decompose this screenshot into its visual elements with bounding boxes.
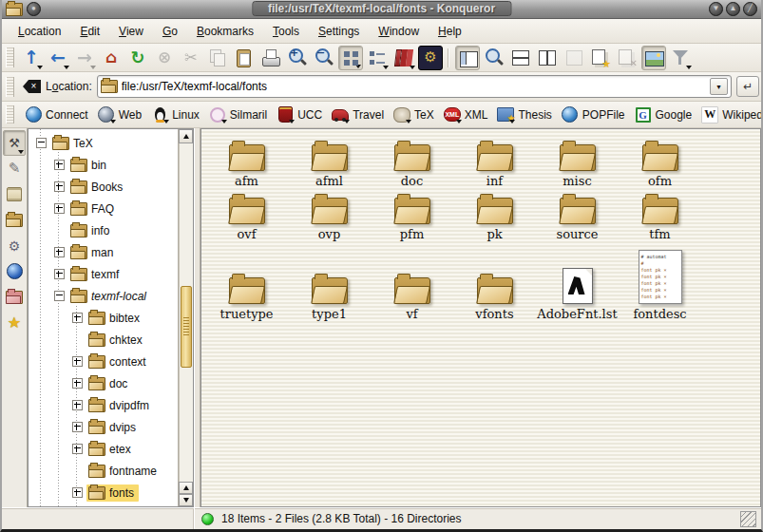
folder-tfm[interactable]: tfm bbox=[619, 188, 701, 241]
resize-grip[interactable] bbox=[740, 511, 756, 527]
tree-item-info[interactable]: info bbox=[29, 219, 178, 241]
split-view-left-right-button[interactable] bbox=[535, 46, 560, 70]
location-toolbar-handle[interactable] bbox=[6, 77, 14, 97]
tree-expander[interactable] bbox=[72, 356, 83, 367]
tree-expander[interactable] bbox=[72, 313, 83, 323]
scroll-up-button-2[interactable] bbox=[179, 482, 193, 494]
tree-item-tex[interactable]: TeX bbox=[29, 132, 178, 154]
tree-item-books[interactable]: Books bbox=[29, 176, 178, 198]
location-input[interactable] bbox=[122, 80, 706, 93]
bookmark-ucc[interactable]: UCC bbox=[272, 105, 327, 124]
folder-misc[interactable]: misc bbox=[536, 135, 619, 188]
maximize-button[interactable]: ▲ bbox=[726, 2, 740, 16]
scroll-up-button[interactable] bbox=[179, 129, 193, 143]
clear-location-icon[interactable]: × bbox=[23, 80, 41, 93]
tree-expander[interactable] bbox=[72, 378, 83, 389]
bookmarks-books-button[interactable] bbox=[391, 46, 416, 70]
tree-expander[interactable] bbox=[54, 160, 65, 170]
menu-edit[interactable]: Edit bbox=[71, 22, 108, 41]
tree-item-fontname[interactable]: fontname bbox=[29, 460, 178, 482]
sidebar-config-button[interactable]: ⚒ bbox=[3, 130, 26, 156]
tree-item-context[interactable]: context bbox=[29, 351, 178, 372]
menu-location[interactable]: Location bbox=[10, 22, 69, 41]
find-button[interactable] bbox=[482, 46, 506, 70]
paste-button[interactable] bbox=[232, 46, 257, 70]
tree-expander[interactable] bbox=[36, 138, 47, 148]
tree-item-fonts[interactable]: fonts bbox=[29, 482, 178, 504]
tree-item-dvipdfm[interactable]: dvipdfm bbox=[29, 394, 178, 416]
tree-item-doc[interactable]: doc bbox=[29, 372, 178, 394]
print-button[interactable] bbox=[258, 46, 283, 70]
bookmark-linux[interactable]: Linux bbox=[146, 105, 204, 124]
bookmark-thesis[interactable]: Thesis bbox=[492, 105, 556, 124]
bookmark-google[interactable]: G Google bbox=[630, 105, 697, 124]
forward-button[interactable]: → bbox=[72, 46, 97, 70]
menu-help[interactable]: Help bbox=[429, 22, 470, 41]
bookmark-connect[interactable]: Connect bbox=[20, 105, 93, 124]
menu-tools[interactable]: Tools bbox=[264, 22, 308, 41]
filter-button[interactable] bbox=[668, 46, 693, 70]
sidebar-home-folder-button[interactable] bbox=[3, 207, 26, 233]
tree-item-etex[interactable]: etex bbox=[29, 438, 178, 460]
close-view-button[interactable] bbox=[562, 46, 586, 70]
menu-go[interactable]: Go bbox=[154, 22, 186, 41]
window-menu-button[interactable]: ● bbox=[27, 2, 41, 16]
folder-doc[interactable]: doc bbox=[371, 135, 453, 188]
tree-expander[interactable] bbox=[72, 422, 83, 432]
tree-item-bin[interactable]: bin bbox=[29, 154, 178, 176]
copy-button[interactable] bbox=[205, 46, 230, 70]
panel-splitter[interactable] bbox=[194, 128, 200, 507]
tree-item-faq[interactable]: FAQ bbox=[29, 198, 178, 219]
sidebar-bookmarks-button[interactable]: ★ bbox=[3, 310, 26, 335]
close-button[interactable]: ╱ bbox=[743, 2, 757, 16]
tree-item-bibtex[interactable]: bibtex bbox=[29, 307, 178, 329]
folder-ofm[interactable]: ofm bbox=[619, 135, 701, 188]
tree-item-dvips[interactable]: dvips bbox=[29, 416, 178, 438]
go-button[interactable]: ↵ bbox=[736, 76, 759, 97]
bookmark-toolbar-handle[interactable] bbox=[6, 105, 14, 124]
minimize-button[interactable]: ▼ bbox=[709, 2, 723, 16]
sidebar-history-button[interactable] bbox=[3, 181, 26, 207]
folder-ovf[interactable]: ovf bbox=[205, 188, 288, 241]
zoom-out-button[interactable]: − bbox=[312, 46, 336, 70]
bookmark-web[interactable]: Web bbox=[93, 105, 146, 124]
folder-type1[interactable]: type1 bbox=[288, 241, 371, 321]
tree-expander[interactable] bbox=[54, 181, 65, 192]
close-tab-button[interactable]: ✕ bbox=[615, 46, 639, 70]
up-button[interactable]: ↑ bbox=[19, 46, 44, 70]
tree-item-man[interactable]: man bbox=[29, 241, 178, 263]
sidebar-pen-button[interactable]: ✎ bbox=[3, 156, 26, 181]
folder-truetype[interactable]: truetype bbox=[205, 241, 288, 321]
tree-item-texmf[interactable]: texmf bbox=[29, 263, 178, 285]
file-icon-view[interactable]: afm afml doc inf misc bbox=[200, 128, 761, 507]
folder-afml[interactable]: afml bbox=[288, 135, 371, 188]
bookmark-silmaril[interactable]: Silmaril bbox=[204, 105, 272, 124]
bookmark-wikipedia[interactable]: W Wikipedia bbox=[696, 105, 763, 124]
cut-button[interactable]: ✂ bbox=[179, 46, 203, 70]
konqueror-gear-button[interactable]: ⚙ bbox=[418, 46, 443, 70]
image-preview-button[interactable] bbox=[641, 46, 666, 70]
folder-vfonts[interactable]: vfonts bbox=[453, 241, 536, 321]
sidebar-root-folder-button[interactable] bbox=[3, 284, 26, 310]
tree-expander[interactable] bbox=[72, 400, 83, 410]
tree-expander[interactable] bbox=[54, 291, 65, 301]
tree-expander[interactable] bbox=[72, 444, 83, 454]
location-combobox[interactable]: ▼ bbox=[97, 75, 732, 98]
tree-expander[interactable] bbox=[54, 247, 65, 257]
sidebar-network-button[interactable] bbox=[3, 258, 26, 284]
back-button[interactable]: ← bbox=[46, 46, 70, 70]
menu-settings[interactable]: Settings bbox=[310, 22, 368, 41]
tree-expander[interactable] bbox=[54, 269, 65, 279]
scrollbar-track[interactable] bbox=[179, 143, 193, 482]
title-bar[interactable]: ● file:/usr/TeX/texmf-local/fonts - Konq… bbox=[2, 0, 761, 19]
scroll-down-button[interactable] bbox=[179, 494, 193, 506]
toolbar-separator[interactable] bbox=[445, 46, 453, 70]
tree-item-chktex[interactable]: chktex bbox=[29, 329, 178, 351]
bookmark-tex[interactable]: TeX bbox=[389, 105, 439, 124]
bookmark-travel[interactable]: Travel bbox=[327, 105, 389, 124]
folder-source[interactable]: source bbox=[536, 188, 619, 241]
menu-bookmarks[interactable]: Bookmarks bbox=[188, 22, 262, 41]
folder-pk[interactable]: pk bbox=[453, 188, 536, 241]
show-sidebar-button[interactable] bbox=[455, 46, 480, 70]
sidebar-services-button[interactable]: ⚙ bbox=[3, 233, 26, 258]
